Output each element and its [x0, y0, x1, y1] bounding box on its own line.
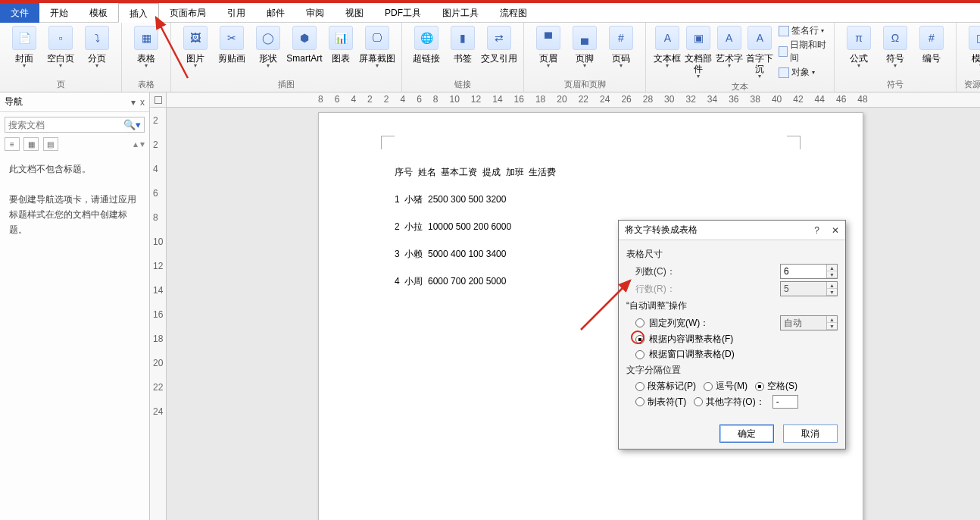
blank-icon: ▫	[48, 26, 73, 50]
tab-view[interactable]: 视图	[335, 3, 374, 23]
ruler-corner[interactable]	[150, 92, 167, 108]
object-icon	[779, 67, 789, 78]
ribbon-blank[interactable]: ▫空白页▾	[42, 24, 79, 70]
ribbon-pagenum[interactable]: #页码▾	[603, 24, 639, 70]
ribbon-table[interactable]: ▦表格▾	[128, 24, 164, 70]
horizontal-ruler[interactable]: 8642246810121416182022242628303234363840…	[167, 92, 980, 108]
nav-up-icon[interactable]: ▴	[133, 139, 138, 149]
clip-icon: ✂	[220, 26, 244, 50]
docparts-icon: ▣	[686, 26, 710, 50]
margin-mark	[381, 136, 395, 149]
radio-sep-other[interactable]: 其他字符(O)：	[694, 396, 764, 409]
dialog-title: 将文字转换成表格	[625, 224, 698, 237]
radio-sep-comma[interactable]: 逗号(M)	[704, 380, 747, 393]
tab-picture-tools[interactable]: 图片工具	[432, 3, 489, 23]
vertical-ruler[interactable]: 224681012141618202224	[150, 108, 167, 520]
ribbon-textbox[interactable]: A文本框▾	[652, 24, 683, 70]
nav-title: 导航	[5, 96, 23, 108]
bookmark-icon: ▮	[451, 26, 475, 50]
nav-search-input[interactable]	[8, 120, 123, 130]
ribbon-wordart[interactable]: A艺术字▾	[713, 24, 744, 70]
cols-input[interactable]: ▲▼	[780, 264, 838, 279]
ribbon-picture[interactable]: 🖼图片▾	[177, 24, 214, 70]
nav-view-headings[interactable]: ≡	[5, 137, 20, 151]
tab-review[interactable]: 审阅	[295, 3, 335, 23]
ribbon-equation[interactable]: π公式▾	[841, 24, 877, 70]
ribbon-chart[interactable]: 📊图表	[323, 24, 359, 65]
sep-other-input[interactable]	[772, 395, 798, 409]
ribbon-footer[interactable]: ▄页脚▾	[566, 24, 603, 70]
group-label: 页眉和页脚	[564, 79, 606, 92]
tab-layout[interactable]: 页面布局	[159, 3, 217, 23]
ribbon-pagebreak[interactable]: ⤵分页▾	[79, 24, 115, 70]
ribbon-sigline[interactable]: 签名行 ▾	[779, 24, 828, 37]
header-icon: ▀	[536, 26, 560, 50]
ribbon-datetime[interactable]: 日期和时间	[779, 39, 828, 64]
picture-icon: 🖼	[183, 26, 208, 50]
dialog-close-icon[interactable]: ✕	[832, 225, 839, 236]
radio-sep-tab[interactable]: 制表符(T)	[635, 396, 686, 409]
ribbon-screenshot[interactable]: 🖵屏幕截图▾	[359, 24, 395, 70]
equation-icon: π	[847, 26, 871, 50]
radio-fit-window[interactable]: 根据窗口调整表格(D)	[635, 348, 838, 361]
ribbon-crossref[interactable]: ⇄交叉引用	[481, 24, 517, 65]
smartart-icon: ⬢	[292, 26, 317, 50]
group-label: 符号	[887, 79, 904, 92]
nav-body-text1: 此文档不包含标题。	[9, 161, 140, 177]
radio-sep-paragraph[interactable]: 段落标记(P)	[635, 380, 696, 393]
tab-references[interactable]: 引用	[217, 3, 256, 23]
ribbon-smartart[interactable]: ⬢SmartArt	[286, 24, 323, 65]
ribbon-cover[interactable]: 📄封面▾	[6, 24, 42, 70]
shape-icon: ◯	[256, 26, 280, 50]
tab-mail[interactable]: 邮件	[256, 3, 295, 23]
search-icon[interactable]: 🔍▾	[123, 119, 141, 130]
cancel-button[interactable]: 取消	[783, 424, 838, 443]
tab-template[interactable]: 模板	[79, 3, 118, 23]
footer-icon: ▄	[573, 26, 597, 50]
radio-fixed-width[interactable]: 固定列宽(W)： ▲▼	[635, 315, 838, 330]
tab-file[interactable]: 文件	[0, 3, 39, 23]
chart-icon: 📊	[329, 26, 353, 50]
textbox-icon: A	[655, 26, 679, 50]
ribbon-shape[interactable]: ◯形状▾	[250, 24, 286, 70]
rows-input: ▲▼	[780, 281, 838, 296]
fixed-width-input: ▲▼	[780, 315, 838, 330]
ribbon-number[interactable]: #编号	[913, 24, 950, 65]
hyperlink-icon: 🌐	[414, 26, 439, 50]
ribbon-symbol[interactable]: Ω符号▾	[877, 24, 913, 70]
tab-start[interactable]: 开始	[39, 3, 79, 23]
nav-search[interactable]: 🔍▾	[5, 117, 145, 133]
radio-sep-space[interactable]: 空格(S)	[755, 380, 797, 393]
ribbon-hyperlink[interactable]: 🌐超链接	[408, 24, 445, 65]
group-label: 表格	[138, 79, 154, 92]
ribbon-dropcap[interactable]: A首字下沉▾	[744, 24, 776, 81]
dialog-help-icon[interactable]: ?	[814, 225, 819, 236]
ribbon-clip[interactable]: ✂剪贴画	[214, 24, 250, 65]
ribbon-template2[interactable]: ◫模板▾	[963, 24, 980, 70]
ribbon-bookmark[interactable]: ▮书签	[445, 24, 481, 65]
nav-close-icon[interactable]: x	[140, 97, 145, 108]
nav-view-pages[interactable]: ▦	[23, 137, 39, 151]
rows-label: 行数(R)：	[635, 283, 688, 296]
wordart-icon: A	[717, 26, 741, 50]
tab-flowchart[interactable]: 流程图	[489, 3, 538, 23]
nav-view-results[interactable]: ▤	[43, 137, 58, 151]
nav-down-icon[interactable]: ▾	[140, 139, 145, 149]
tab-pdf[interactable]: PDF工具	[374, 3, 432, 23]
group-label: 插图	[278, 79, 295, 92]
ribbon: 📄封面▾▫空白页▾⤵分页▾页▦表格▾表格🖼图片▾✂剪贴画◯形状▾⬢SmartAr…	[0, 23, 980, 92]
tab-insert[interactable]: 插入	[118, 3, 159, 23]
menubar: 文件 开始 模板 插入 页面布局 引用 邮件 审阅 视图 PDF工具 图片工具 …	[0, 3, 980, 23]
ribbon-header[interactable]: ▀页眉▾	[530, 24, 566, 70]
radio-fit-content[interactable]: 根据内容调整表格(F)	[635, 333, 838, 346]
sigline-icon	[779, 26, 789, 36]
crossref-icon: ⇄	[487, 26, 511, 50]
group-label: 资源中心	[964, 79, 980, 92]
ok-button[interactable]: 确定	[719, 424, 774, 443]
ribbon-docparts[interactable]: ▣文档部件▾	[683, 24, 714, 81]
document-content[interactable]: 序号 姓名 基本工资 提成 加班 生活费1 小猪 2500 300 500 32…	[395, 158, 556, 295]
symbol-icon: Ω	[883, 26, 907, 50]
nav-dropdown-icon[interactable]: ▾	[131, 97, 136, 108]
margin-mark	[787, 136, 801, 149]
ribbon-object[interactable]: 对象 ▾	[779, 66, 828, 79]
